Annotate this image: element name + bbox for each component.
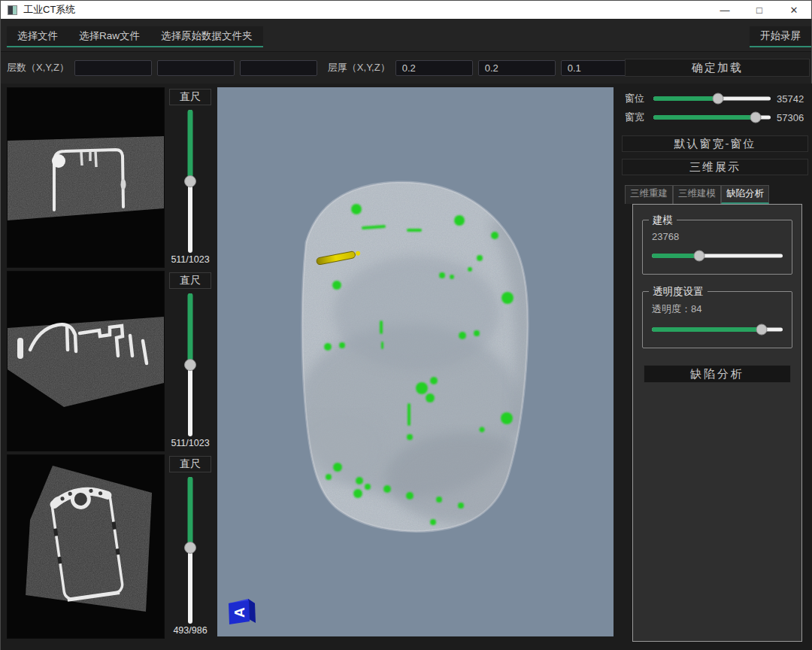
slider-fill	[652, 254, 699, 258]
tab-3d-reconstruction[interactable]: 三维重建	[625, 185, 673, 204]
slider-handle[interactable]	[750, 112, 761, 123]
modeling-group-title: 建模	[649, 214, 677, 227]
window-level-slider[interactable]	[653, 93, 771, 105]
thickness-label: 层厚（X,Y,Z）	[328, 61, 390, 74]
layers-z-input[interactable]	[240, 60, 317, 76]
slice-bottom-position: 493/986	[173, 625, 207, 639]
maximize-button[interactable]: □	[742, 1, 777, 19]
select-file-button[interactable]: 选择文件	[7, 26, 68, 46]
select-raw-folder-button[interactable]: 选择原始数据文件夹	[150, 26, 263, 46]
layers-y-input[interactable]	[157, 60, 235, 76]
titlebar: 工业CT系统 — □ ✕	[1, 1, 811, 19]
modeling-groupbox: 建模 23768	[642, 220, 792, 275]
slider-fill	[653, 96, 718, 101]
window-width-slider[interactable]	[653, 111, 771, 123]
window-width-value: 57306	[777, 112, 810, 123]
orientation-cube: A	[229, 599, 256, 624]
slice-row-top: 直尺 511/1023	[7, 87, 216, 268]
tab-3d-modeling[interactable]: 三维建模	[673, 185, 721, 204]
params-row: 层数（X,Y,Z） 层厚（X,Y,Z） 确定加载	[1, 52, 811, 84]
slider-handle[interactable]	[184, 359, 196, 371]
ct-slice-bottom-image[interactable]	[7, 454, 165, 639]
default-window-button[interactable]: 默认窗宽-窗位	[622, 135, 808, 152]
slider-handle[interactable]	[184, 542, 196, 554]
ct-slice-top-image[interactable]	[7, 87, 165, 268]
slice-bottom-slider[interactable]	[183, 477, 198, 624]
defect-analysis-button[interactable]: 缺陷分析	[644, 365, 791, 383]
slider-handle[interactable]	[693, 251, 704, 262]
opacity-group-title: 透明度设置	[649, 285, 707, 299]
slider-handle[interactable]	[712, 93, 723, 105]
mode-tabs: 三维重建 三维建模 缺陷分析	[625, 185, 811, 204]
slider-fill	[188, 110, 193, 181]
slice-middle-controls: 直尺 511/1023	[165, 271, 216, 451]
slice-middle-position: 511/1023	[171, 438, 209, 451]
window-width-row: 窗宽 57306	[625, 110, 810, 125]
ct-slice-middle-image[interactable]	[7, 271, 165, 451]
modeling-value: 23768	[652, 231, 783, 242]
thickness-y-input[interactable]	[478, 60, 556, 76]
slider-fill	[653, 115, 756, 120]
window-controls: — □ ✕	[707, 1, 811, 19]
window-level-value: 35742	[777, 93, 810, 105]
ruler-button-middle[interactable]: 直尺	[169, 272, 211, 289]
opacity-value-label: 透明度：84	[652, 302, 783, 316]
slider-fill	[652, 327, 762, 332]
modeling-slider[interactable]	[652, 250, 783, 262]
slice-row-bottom: 直尺 493/986	[7, 454, 216, 639]
slice-middle-slider[interactable]	[183, 293, 198, 436]
window-level-row: 窗位 35742	[625, 91, 810, 106]
right-panel: 窗位 35742 窗宽 57306 默认窗宽-窗位 三维展示	[619, 85, 811, 646]
opacity-slider[interactable]	[652, 323, 783, 336]
app-window: 工业CT系统 — □ ✕ 选择文件 选择Raw文件 选择原始数据文件夹 开始录屏…	[0, 0, 812, 650]
window-title: 工业CT系统	[23, 3, 75, 17]
minimize-button[interactable]: —	[707, 1, 742, 19]
slider-fill	[188, 477, 193, 548]
ruler-button-bottom[interactable]: 直尺	[169, 456, 211, 472]
slice-top-controls: 直尺 511/1023	[165, 87, 216, 268]
slice-column: 直尺 511/1023	[7, 87, 216, 639]
main-area: 直尺 511/1023	[1, 84, 812, 650]
slice-top-position: 511/1023	[171, 254, 209, 268]
tab-defect-analysis[interactable]: 缺陷分析	[721, 185, 769, 204]
3d-display-button[interactable]: 三维展示	[622, 159, 808, 175]
thickness-x-input[interactable]	[395, 60, 473, 76]
start-recording-button[interactable]: 开始录屏	[750, 26, 811, 47]
3d-viewport[interactable]: A	[217, 87, 614, 636]
opacity-groupbox: 透明度设置 透明度：84	[642, 291, 792, 348]
select-raw-file-button[interactable]: 选择Raw文件	[68, 26, 150, 46]
layers-x-input[interactable]	[74, 60, 152, 76]
ruler-button-top[interactable]: 直尺	[169, 89, 211, 105]
menubar: 选择文件 选择Raw文件 选择原始数据文件夹 开始录屏	[1, 19, 811, 52]
window-level-label: 窗位	[625, 92, 647, 105]
close-button[interactable]: ✕	[777, 1, 811, 19]
file-menu-group: 选择文件 选择Raw文件 选择原始数据文件夹	[7, 26, 263, 47]
confirm-load-button[interactable]: 确定加载	[625, 59, 810, 77]
slider-handle[interactable]	[184, 175, 196, 187]
slice-bottom-controls: 直尺 493/986	[165, 454, 216, 639]
slider-handle[interactable]	[756, 324, 768, 336]
slice-row-middle: 直尺 511/1023	[7, 271, 216, 451]
app-icon	[8, 5, 17, 15]
svg-text:A: A	[232, 607, 247, 618]
window-width-label: 窗宽	[625, 111, 647, 124]
slice-top-slider[interactable]	[183, 110, 198, 253]
slider-fill	[188, 293, 193, 365]
defect-analysis-panel: 建模 23768 透明度设置 透明度：84	[632, 204, 802, 642]
layers-label: 层数（X,Y,Z）	[7, 61, 69, 74]
